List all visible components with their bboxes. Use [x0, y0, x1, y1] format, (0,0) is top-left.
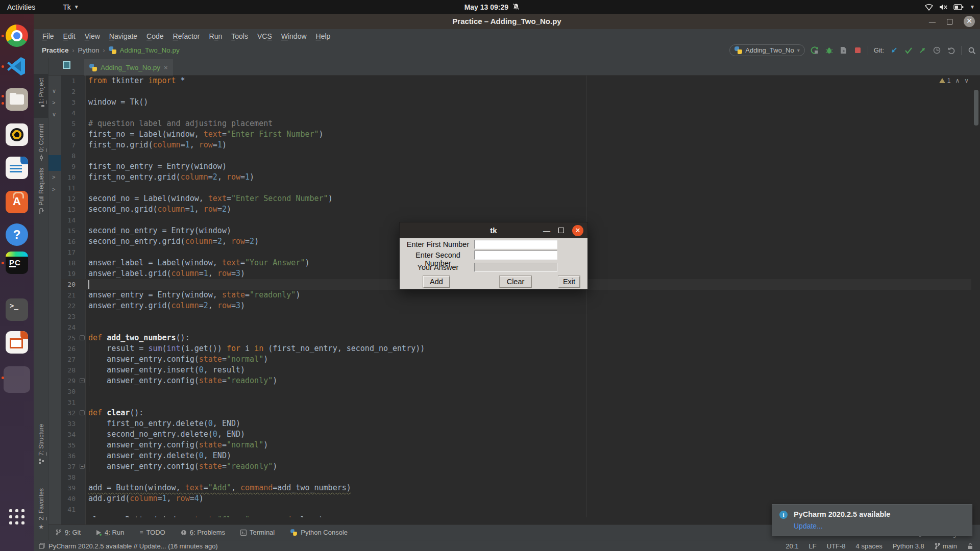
menu-run[interactable]: Run	[205, 32, 227, 40]
toolwindow-button--run[interactable]: 4: Run	[96, 529, 124, 536]
run-with-coverage-button[interactable]	[839, 46, 848, 55]
tk-entry-your-answer[interactable]	[474, 263, 557, 272]
code-line-22[interactable]: 22answer_entry.grid(column=2, row=3)	[61, 300, 971, 311]
dock-item-libreoffice-writer[interactable]	[6, 157, 28, 179]
code-line-5[interactable]: 5# question label and adjusting placemen…	[61, 118, 971, 129]
menu-navigate[interactable]: Navigate	[105, 32, 142, 40]
toolwindow-button-python-console[interactable]: Python Console	[290, 529, 348, 536]
code-line-33[interactable]: 33 first_no_entry.delete(0, END)	[61, 418, 971, 429]
code-line-25[interactable]: 25−def add_two_numbers():	[61, 333, 971, 343]
update-link[interactable]: Update...	[794, 522, 823, 530]
stripe-item--commit[interactable]: 0: Commit	[34, 120, 48, 169]
code-line-38[interactable]: 38	[61, 472, 971, 483]
file-encoding[interactable]: UTF-8	[827, 542, 846, 550]
tk-entry-enter-second-number[interactable]	[474, 251, 557, 260]
code-line-7[interactable]: 7first_no.grid(column=1, row=1)	[61, 140, 971, 151]
dock-item-libreoffice-impress[interactable]	[6, 331, 28, 354]
history-button[interactable]	[933, 46, 941, 55]
next-problem-icon[interactable]: ∨	[964, 77, 969, 84]
project-tool-icon[interactable]	[63, 61, 70, 69]
dock-item-help[interactable]: ?	[6, 223, 28, 246]
menu-help[interactable]: Help	[311, 32, 335, 40]
code-line-39[interactable]: 39add = Button(window, text="Add", comma…	[61, 483, 971, 493]
git-push-button[interactable]	[918, 46, 927, 55]
dock-item-vscode[interactable]	[6, 55, 28, 78]
clock-button[interactable]: May 13 09:29	[464, 0, 520, 14]
activities-button[interactable]: Activities	[7, 3, 35, 11]
code-line-34[interactable]: 34 second_no_entry.delete(0, END)	[61, 429, 971, 440]
python-interpreter[interactable]: Python 3.8	[893, 542, 924, 550]
stripe-item--project[interactable]: 1: Project	[34, 74, 48, 118]
breadcrumb-project[interactable]: Practice	[42, 46, 69, 54]
code-line-13[interactable]: 13second_no.grid(column=1, row=2)	[61, 204, 971, 215]
menu-tools[interactable]: Tools	[227, 32, 253, 40]
line-separator[interactable]: LF	[809, 542, 817, 550]
menu-refactor[interactable]: Refactor	[168, 32, 205, 40]
code-line-8[interactable]: 8	[61, 151, 971, 161]
git-branch-widget[interactable]: main	[935, 542, 957, 550]
stripe-item--structure[interactable]: 7: Structure	[34, 421, 48, 481]
code-line-36[interactable]: 36 answer_entry.delete(0, END)	[61, 450, 971, 461]
code-line-10[interactable]: 10first_no_entry.grid(column=2, row=1)	[61, 172, 971, 183]
toolwindow-button--problems[interactable]: 6: Problems	[181, 529, 225, 536]
code-line-6[interactable]: 6first_no = Label(window, text="Enter Fi…	[61, 129, 971, 140]
code-line-23[interactable]: 23	[61, 311, 971, 322]
app-menu-button[interactable]: Tk ▼	[63, 3, 79, 11]
fold-icon[interactable]: −	[80, 464, 85, 469]
code-line-11[interactable]: 11	[61, 183, 971, 193]
code-line-37[interactable]: 37− answer_entry.config(state="readonly"…	[61, 461, 971, 472]
code-editor[interactable]: 1from tkinter import *23window = Tk()45#…	[61, 76, 980, 524]
dock-item-pycharm[interactable]: PC	[6, 252, 28, 274]
project-tool-window[interactable]: ∨ > ∨ > >	[48, 76, 61, 524]
toolwindow-button-todo[interactable]: ≡TODO	[139, 529, 165, 536]
system-status-area[interactable]: ▼	[925, 0, 975, 14]
menu-window[interactable]: Window	[277, 32, 311, 40]
code-line-27[interactable]: 27 answer_entry.config(state="normal")	[61, 354, 971, 365]
run-configuration-select[interactable]: Adding_Two_No ▾	[729, 44, 804, 56]
code-line-40[interactable]: 40add.grid(column=1, row=4)	[61, 493, 971, 504]
code-line-1[interactable]: 1from tkinter import *	[61, 76, 971, 86]
stop-button[interactable]	[853, 46, 862, 55]
breadcrumb-file[interactable]: Adding_Two_No.py	[120, 46, 180, 54]
breadcrumb-folder[interactable]: Python	[78, 46, 100, 54]
stripe-item-pull-requests[interactable]: Pull Requests	[34, 164, 48, 225]
minimize-button[interactable]: —	[929, 18, 936, 25]
tree-collapse-icon[interactable]: >	[52, 186, 55, 192]
status-message[interactable]: PyCharm 2020.2.5 available // Update... …	[39, 540, 218, 551]
git-update-button[interactable]	[890, 46, 898, 55]
prev-problem-icon[interactable]: ∧	[955, 77, 960, 84]
menu-file[interactable]: File	[38, 32, 59, 40]
dock-item-chrome[interactable]	[6, 24, 28, 47]
code-line-9[interactable]: 9first_no_entry = Entry(window)	[61, 161, 971, 172]
tree-collapse-icon[interactable]: >	[52, 99, 55, 106]
code-line-4[interactable]: 4	[61, 108, 971, 118]
tk-entry-enter-first-number[interactable]	[474, 240, 557, 249]
editor-scrollbar[interactable]	[974, 90, 978, 126]
code-line-35[interactable]: 35 answer_entry.config(state="normal")	[61, 440, 971, 450]
tk-button-add[interactable]: Add	[423, 276, 450, 288]
menu-vcs[interactable]: VCS	[253, 32, 277, 40]
code-line-26[interactable]: 26 result = sum(int(i.get()) for i in (f…	[61, 343, 971, 354]
code-line-28[interactable]: 28 answer_entry.insert(0, result)	[61, 365, 971, 375]
tk-button-exit[interactable]: Exit	[558, 276, 580, 288]
dock-item-files[interactable]	[6, 88, 28, 111]
rollback-button[interactable]	[947, 46, 955, 55]
indent-style[interactable]: 4 spaces	[856, 542, 883, 550]
tab-adding-two-no[interactable]: Adding_Two_No.py ×	[84, 59, 173, 76]
caret-position[interactable]: 20:1	[786, 542, 798, 550]
dock-item-rhythmbox[interactable]	[6, 123, 28, 146]
code-line-24[interactable]: 24	[61, 322, 971, 333]
inspections-widget[interactable]: 1 ∧ ∨	[939, 77, 969, 84]
code-line-3[interactable]: 3window = Tk()	[61, 97, 971, 108]
code-line-12[interactable]: 12second_no = Label(window, text="Enter …	[61, 193, 971, 204]
tk-minimize-button[interactable]: —	[543, 227, 550, 235]
tab-close-icon[interactable]: ×	[164, 64, 168, 71]
tk-close-button[interactable]: ✕	[572, 225, 583, 236]
code-line-29[interactable]: 29− answer_entry.config(state="readonly"…	[61, 375, 971, 386]
tree-expand-icon[interactable]: ∨	[52, 111, 56, 118]
ide-title-bar[interactable]: Practice – Adding_Two_No.py — ✕	[34, 14, 980, 29]
menu-code[interactable]: Code	[142, 32, 168, 40]
code-line-2[interactable]: 2	[61, 86, 971, 97]
dock-item-tk-app-active[interactable]	[6, 366, 28, 389]
maximize-button[interactable]	[947, 19, 952, 24]
